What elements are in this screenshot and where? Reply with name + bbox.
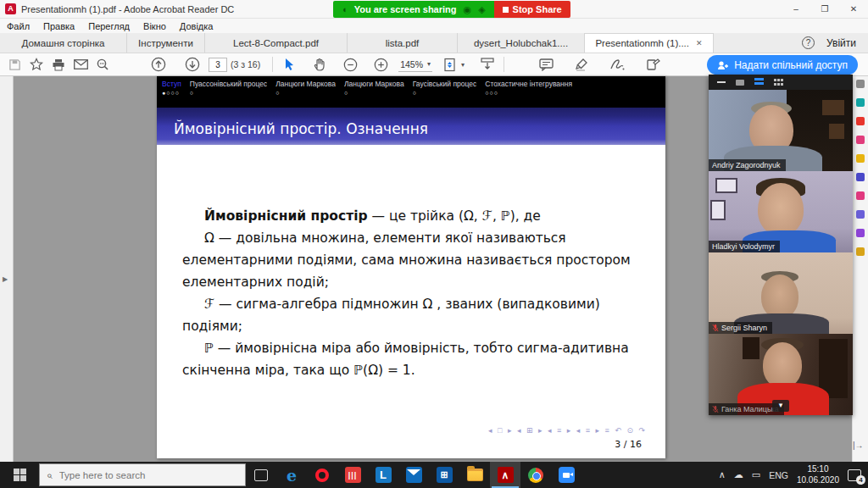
taskbar-store[interactable]: ⊞ [429,462,459,488]
beamer-section-markov2[interactable]: Ланцюги Маркова ○ [344,80,404,108]
tray-date: 10.06.2020 [797,475,839,486]
start-button[interactable] [0,462,39,488]
battery-icon[interactable]: ▭ [752,469,760,480]
beamer-section-vstup[interactable]: Вступ ●○○○ [162,80,181,108]
zoom-in-icon[interactable] [370,54,392,75]
taskbar-mail[interactable] [398,462,429,488]
taskbar-zoom[interactable] [551,462,581,488]
fill-sign-icon[interactable] [642,54,664,75]
taskbar-app-red[interactable]: ||| [337,462,368,488]
taskbar-search-box[interactable]: ⌕ [39,463,246,486]
left-panel-expand-icon[interactable]: ▶ [3,275,8,283]
tab-lista[interactable]: lista.pdf [348,33,458,53]
share-shield-icon[interactable]: ◈ [478,4,485,15]
share-access-button[interactable]: Надати спільний доступ [707,55,858,75]
zoom-level-select[interactable]: 145% ▾ [398,57,432,72]
tab-close-icon[interactable]: ✕ [696,39,703,47]
create-pdf-icon[interactable] [856,117,865,125]
taskbar-edge[interactable]: e [276,462,307,488]
comment-icon[interactable] [535,54,557,75]
onedrive-cloud-icon[interactable]: ☁ [734,469,743,480]
taskbar-file-explorer[interactable] [459,462,490,488]
zoom-strip-view-icon[interactable] [754,78,764,86]
tab-home[interactable]: Домашня сторінка [0,33,127,53]
tab-dysert[interactable]: dysert_Holubchak1.... [458,33,585,53]
zoom-single-view-icon[interactable] [736,78,744,86]
signature-pen-icon[interactable] [606,54,628,75]
print-icon[interactable] [47,54,70,75]
participant-video[interactable]: Andriy Zagorodnyuk [709,90,853,171]
beamer-section-poisson[interactable]: Пуассонівський процес ○ [190,80,267,108]
save-icon[interactable] [3,54,25,75]
export-pdf-icon[interactable] [856,98,865,107]
chevron-down-icon[interactable]: ▾ [461,61,465,69]
previous-page-icon[interactable] [147,54,170,75]
tab-tools[interactable]: Інструменти [127,33,205,53]
star-icon[interactable] [25,54,47,75]
slide-title-bar: Ймовірнісний простір. Означення [157,108,665,145]
stop-share-button[interactable]: Stop Share [494,1,570,18]
menu-file[interactable]: Файл [7,21,30,31]
close-button[interactable]: ✕ [839,0,868,19]
share-record-icon[interactable]: ◉ [464,4,472,15]
beamer-nav-bar: Вступ ●○○○ Пуассонівський процес ○ Ланцю… [157,76,665,108]
restore-button[interactable]: ❐ [810,0,839,19]
scrolling-mode-icon[interactable] [476,54,498,75]
comment-tool-icon[interactable] [856,154,865,163]
send-comments-icon[interactable] [856,247,865,256]
select-tool-icon[interactable] [278,54,300,75]
action-center-icon[interactable]: 4 [848,469,861,481]
search-icon[interactable] [92,54,114,75]
zoom-out-icon[interactable] [339,54,361,75]
zoom-minimize-icon[interactable] [717,78,726,86]
tray-chevron-up-icon[interactable]: ∧ [719,469,726,480]
tab-presentation-active[interactable]: Presentationmh (1).... ✕ [585,33,714,53]
combine-files-icon[interactable] [856,173,865,181]
beamer-navigation-symbols[interactable]: ◂ □ ▸ ◂ ⊞ ▸ ◂ ≡ ▸ ◂ ≡ ▸ ≡ ↶ ⊙ ↷ [488,426,647,435]
page-number-input[interactable] [209,58,227,72]
beamer-section-stochastic[interactable]: Стохастичне інтегрування ○○○ [485,80,572,108]
participant-video[interactable]: Hladkyi Volodymyr [709,171,853,252]
acrobat-icon: ∧ [498,467,514,483]
more-participants-chevron-icon[interactable]: ▾ [772,400,789,412]
menu-window[interactable]: Вікно [143,21,166,31]
minimize-button[interactable]: – [782,0,810,19]
task-view-button[interactable] [246,462,276,488]
hand-tool-icon[interactable] [309,54,331,75]
beamer-section-gauss[interactable]: Гаусівський процес ○ [413,80,477,108]
help-icon[interactable]: ? [802,36,815,49]
window-controls: – ❐ ✕ [782,0,868,19]
windows-taskbar: ⌕ e ||| L ⊞ ∧ ∧ ☁ ▭ ENG 15:10 10.06.2020… [0,462,868,488]
email-icon[interactable] [70,54,92,75]
language-indicator[interactable]: ENG [769,470,788,480]
menu-view[interactable]: Перегляд [88,21,130,31]
menu-help[interactable]: Довідка [180,21,214,31]
tab-lect8[interactable]: Lect-8-Compact.pdf [205,33,348,53]
document-tab-bar: Домашня сторінка Інструменти Lect-8-Comp… [0,33,868,53]
protect-icon[interactable] [856,210,865,219]
search-input[interactable] [59,470,220,480]
participant-name-tag: Sergii Sharyn [709,322,772,334]
page-fit-icon[interactable] [439,54,461,75]
taskbar-acrobat-active[interactable]: ∧ [490,462,520,488]
zoom-gallery-view-icon[interactable] [774,78,783,86]
add-person-icon [717,60,729,70]
taskbar-opera[interactable] [307,462,337,488]
sign-in-link[interactable]: Увійти [826,37,856,49]
fill-sign-tool-icon[interactable] [856,229,865,237]
tools-panel-expand-icon[interactable]: |→ [853,441,864,450]
organize-pages-icon[interactable] [856,191,865,200]
search-tool-icon[interactable] [856,80,865,88]
participant-video[interactable]: Sergii Sharyn [709,252,853,334]
taskbar-chrome[interactable] [520,462,551,488]
highlighter-icon[interactable] [570,54,593,75]
beamer-section-markov1[interactable]: Ланцюги Маркова ○ [275,80,336,108]
participant-name-tag: Andriy Zagorodnyuk [709,159,786,171]
edit-pdf-icon[interactable] [856,136,865,144]
store-icon: ⊞ [437,467,453,483]
taskbar-app-l[interactable]: L [368,462,398,488]
clock[interactable]: 15:10 10.06.2020 [797,464,839,485]
next-page-icon[interactable] [181,54,203,75]
menu-edit[interactable]: Правка [43,21,75,31]
acrobat-app-icon: A [5,3,16,14]
